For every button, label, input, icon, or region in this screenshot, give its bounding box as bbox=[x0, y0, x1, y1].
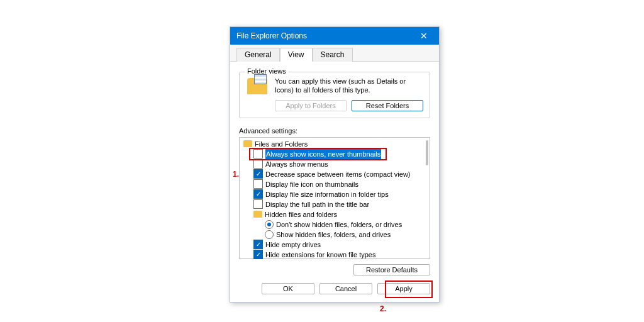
option-full-path-titlebar[interactable]: Display the full path in the title bar bbox=[242, 199, 422, 209]
folder-views-icon bbox=[245, 77, 270, 95]
dialog-body: Folder views You can apply this view (su… bbox=[230, 62, 439, 302]
folder-icon bbox=[243, 140, 252, 147]
option-hide-extensions[interactable]: ✓ Hide extensions for known file types bbox=[242, 250, 422, 260]
annotation-label-1: 1. bbox=[233, 170, 239, 179]
option-label: Display the full path in the title bar bbox=[265, 199, 369, 209]
cancel-button[interactable]: Cancel bbox=[319, 283, 372, 294]
option-label: Hide empty drives bbox=[265, 240, 321, 250]
option-label: Don't show hidden files, folders, or dri… bbox=[276, 219, 402, 230]
radio-icon[interactable] bbox=[265, 230, 274, 239]
restore-defaults-button[interactable]: Restore Defaults bbox=[353, 264, 430, 275]
option-size-info-tips[interactable]: ✓ Display file size information in folde… bbox=[242, 189, 422, 199]
checkbox-icon[interactable]: ✓ bbox=[253, 250, 263, 259]
checkbox-icon[interactable] bbox=[253, 179, 263, 189]
option-compact-view[interactable]: ✓ Decrease space between items (compact … bbox=[242, 169, 422, 179]
scrollbar[interactable] bbox=[425, 139, 428, 257]
stage: File Explorer Options ✕ General View Sea… bbox=[0, 0, 644, 322]
checkbox-icon[interactable] bbox=[253, 159, 263, 169]
ok-button[interactable]: OK bbox=[262, 283, 314, 294]
option-label: Decrease space between items (compact vi… bbox=[265, 169, 410, 179]
option-label: Display file size information in folder … bbox=[265, 189, 389, 199]
scrollbar-thumb[interactable] bbox=[426, 140, 428, 165]
checkbox-icon[interactable]: ✓ bbox=[253, 189, 263, 199]
checkbox-icon[interactable]: ✓ bbox=[253, 240, 263, 249]
apply-to-folders-button: Apply to Folders bbox=[275, 100, 347, 111]
option-label: Always show menus bbox=[265, 159, 328, 169]
group-files-and-folders: Files and Folders bbox=[242, 139, 422, 149]
radio-show-hidden[interactable]: Show hidden files, folders, and drives bbox=[242, 230, 422, 240]
annotation-label-2: 2. bbox=[380, 304, 386, 313]
advanced-settings-label: Advanced settings: bbox=[239, 127, 430, 135]
option-always-show-menus[interactable]: Always show menus bbox=[242, 159, 422, 169]
tab-search[interactable]: Search bbox=[313, 48, 353, 62]
tab-view[interactable]: View bbox=[280, 48, 313, 62]
advanced-settings-tree[interactable]: Files and Folders Always show icons, nev… bbox=[239, 137, 430, 259]
checkbox-icon[interactable] bbox=[253, 199, 263, 209]
radio-dont-show-hidden[interactable]: Don't show hidden files, folders, or dri… bbox=[242, 219, 422, 230]
folder-views-help: You can apply this view (such as Details… bbox=[275, 77, 425, 95]
window-title: File Explorer Options bbox=[236, 31, 413, 40]
option-label: Display file icon on thumbnails bbox=[265, 179, 358, 189]
checkbox-icon[interactable] bbox=[253, 149, 263, 158]
option-icon-on-thumbnails[interactable]: Display file icon on thumbnails bbox=[242, 179, 422, 189]
reset-folders-button[interactable]: Reset Folders bbox=[352, 100, 423, 111]
titlebar: File Explorer Options ✕ bbox=[230, 27, 439, 45]
folder-icon bbox=[247, 78, 267, 94]
tabs: General View Search bbox=[230, 45, 439, 62]
folder-views-group: Folder views You can apply this view (su… bbox=[239, 72, 430, 118]
option-label: Hide extensions for known file types bbox=[265, 250, 375, 260]
checkbox-icon[interactable]: ✓ bbox=[253, 169, 263, 179]
radio-icon[interactable] bbox=[265, 220, 274, 229]
option-always-show-icons[interactable]: Always show icons, never thumbnails bbox=[242, 149, 422, 159]
file-explorer-options-dialog: File Explorer Options ✕ General View Sea… bbox=[230, 26, 440, 303]
folder-icon bbox=[253, 211, 262, 218]
tab-general[interactable]: General bbox=[236, 48, 280, 62]
option-label: Always show icons, never thumbnails bbox=[265, 149, 381, 159]
apply-button[interactable]: Apply bbox=[377, 283, 430, 294]
close-icon[interactable]: ✕ bbox=[413, 29, 435, 43]
group-hidden-files: Hidden files and folders bbox=[242, 209, 422, 219]
option-label: Show hidden files, folders, and drives bbox=[276, 230, 391, 240]
option-hide-empty-drives[interactable]: ✓ Hide empty drives bbox=[242, 240, 422, 250]
